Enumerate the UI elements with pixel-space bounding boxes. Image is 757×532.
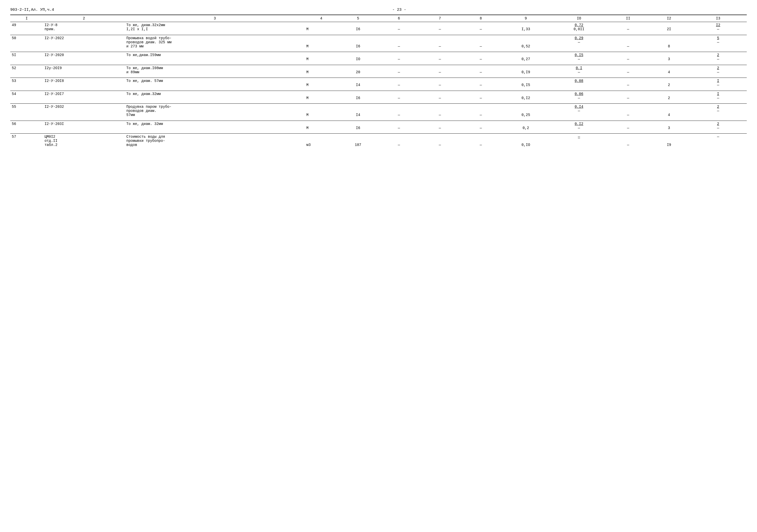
row-unit: М bbox=[305, 121, 338, 131]
row-col6: — bbox=[378, 65, 419, 75]
row-code: ЦМ0I2 отд.II табл.2 bbox=[43, 134, 125, 148]
row-description: То же, диам.I08мм и 89мм bbox=[125, 65, 305, 75]
table-row: 57ЦМ0I2 отд.II табл.2Стоимость воды для … bbox=[10, 134, 747, 148]
table-row: 52I2у-2OI9То же, диам.I08мм и 89ммМ20———… bbox=[10, 65, 747, 75]
row-col12: 3 bbox=[649, 121, 690, 131]
row-col12: 3 bbox=[649, 52, 690, 63]
row-col8: — bbox=[460, 134, 501, 148]
row-col10: 0,720,0II bbox=[551, 22, 608, 33]
row-number: 5I bbox=[10, 52, 43, 63]
spacer-row bbox=[10, 62, 747, 65]
row-unit: М bbox=[305, 65, 338, 75]
table-row: 56I2-У-203IТо же, диам. 32ммМI6———0,20,I… bbox=[10, 121, 747, 131]
row-col5: I6 bbox=[338, 22, 378, 33]
row-description: Промывка водой трубо- проводов диам. 325… bbox=[125, 35, 305, 49]
row-col13: 2— bbox=[689, 65, 747, 75]
col-header-1: I bbox=[10, 15, 43, 22]
row-col13: 2— bbox=[689, 104, 747, 118]
row-description: То же, диам.32мм bbox=[125, 91, 305, 101]
col-header-10: IO bbox=[551, 15, 608, 22]
row-code: I2-У-2032 bbox=[43, 104, 125, 118]
col-header-9: 9 bbox=[501, 15, 551, 22]
col-header-8: 8 bbox=[460, 15, 501, 22]
row-col7: — bbox=[419, 22, 461, 33]
row-col9: 0,2 bbox=[501, 121, 551, 131]
row-col8: — bbox=[460, 65, 501, 75]
row-col10: 0,08 bbox=[551, 78, 608, 88]
row-description: То же, диам. 32мм bbox=[125, 121, 305, 131]
row-col8: — bbox=[460, 78, 501, 88]
row-unit: М bbox=[305, 104, 338, 118]
row-col5: I4 bbox=[338, 104, 378, 118]
row-col7: — bbox=[419, 104, 461, 118]
row-col6: — bbox=[378, 35, 419, 49]
row-col6: — bbox=[378, 121, 419, 131]
row-number: 49 bbox=[10, 22, 43, 33]
row-col10: — bbox=[551, 134, 608, 148]
row-code: I2-У-203I bbox=[43, 121, 125, 131]
row-col11: — bbox=[608, 91, 649, 101]
row-number: 55 bbox=[10, 104, 43, 118]
row-description: Продувка паром трубо- проводов диам. 57м… bbox=[125, 104, 305, 118]
row-number: 57 bbox=[10, 134, 43, 148]
spacer-row bbox=[10, 148, 747, 151]
row-col6: — bbox=[378, 134, 419, 148]
row-col12: 4 bbox=[649, 104, 690, 118]
row-col6: — bbox=[378, 22, 419, 33]
row-col5: I6 bbox=[338, 121, 378, 131]
row-code: I2-У-2020 bbox=[43, 52, 125, 63]
spacer-row bbox=[10, 118, 747, 121]
col-header-12: I2 bbox=[649, 15, 690, 22]
spacer-row bbox=[10, 88, 747, 91]
row-col13: I— bbox=[689, 91, 747, 101]
table-row: 50I2-У-2022Промывка водой трубо- проводо… bbox=[10, 35, 747, 49]
row-description: То же, диам.32х2мм I,2I х I,I bbox=[125, 22, 305, 33]
table-row: 5II2-У-2020То же,диам.I59ммМIO———0,270,I… bbox=[10, 52, 747, 63]
table-row: 49I2-У-8 прим.То же, диам.32х2мм I,2I х … bbox=[10, 22, 747, 33]
spacer-row bbox=[10, 75, 747, 78]
spacer-row bbox=[10, 101, 747, 104]
row-description: То же,диам.I59мм bbox=[125, 52, 305, 63]
row-col11: — bbox=[608, 121, 649, 131]
row-col11: — bbox=[608, 104, 649, 118]
row-number: 54 bbox=[10, 91, 43, 101]
spacer-row bbox=[10, 131, 747, 134]
col-header-6: 6 bbox=[378, 15, 419, 22]
row-col7: — bbox=[419, 121, 461, 131]
row-code: I2-У-2022 bbox=[43, 35, 125, 49]
row-col5: I4 bbox=[338, 78, 378, 88]
row-col9: 0,I2 bbox=[501, 91, 551, 101]
row-col7: — bbox=[419, 35, 461, 49]
row-col12: 8 bbox=[649, 35, 690, 49]
row-number: 56 bbox=[10, 121, 43, 131]
row-col10: 0,I5— bbox=[551, 52, 608, 63]
row-col11: — bbox=[608, 65, 649, 75]
row-col5: IO bbox=[338, 52, 378, 63]
row-col7: — bbox=[419, 65, 461, 75]
table-row: 54I2-У-2OI7То же, диам.32ммМI6———0,I20,0… bbox=[10, 91, 747, 101]
col-header-11: II bbox=[608, 15, 649, 22]
row-col11: — bbox=[608, 78, 649, 88]
row-unit: м3 bbox=[305, 134, 338, 148]
row-col10: 0,I— bbox=[551, 65, 608, 75]
row-unit: М bbox=[305, 52, 338, 63]
spacer-row bbox=[10, 32, 747, 35]
document-id: 903-2-II,Ал. УП,ч.4 bbox=[10, 8, 54, 12]
row-unit: М bbox=[305, 91, 338, 101]
row-unit: М bbox=[305, 22, 338, 33]
spacer-row bbox=[10, 49, 747, 52]
row-number: 52 bbox=[10, 65, 43, 75]
col-header-3: 3 bbox=[125, 15, 305, 22]
row-col6: — bbox=[378, 52, 419, 63]
col-header-13: I3 bbox=[689, 15, 747, 22]
row-col13: I2— bbox=[689, 22, 747, 33]
row-col9: I,33 bbox=[501, 22, 551, 33]
row-number: 50 bbox=[10, 35, 43, 49]
row-col9: 0,I5 bbox=[501, 78, 551, 88]
row-col9: 0,27 bbox=[501, 52, 551, 63]
row-col8: — bbox=[460, 22, 501, 33]
row-col13: — bbox=[689, 134, 747, 148]
header-right bbox=[744, 8, 747, 12]
row-col12: 2I bbox=[649, 22, 690, 33]
row-col8: — bbox=[460, 35, 501, 49]
